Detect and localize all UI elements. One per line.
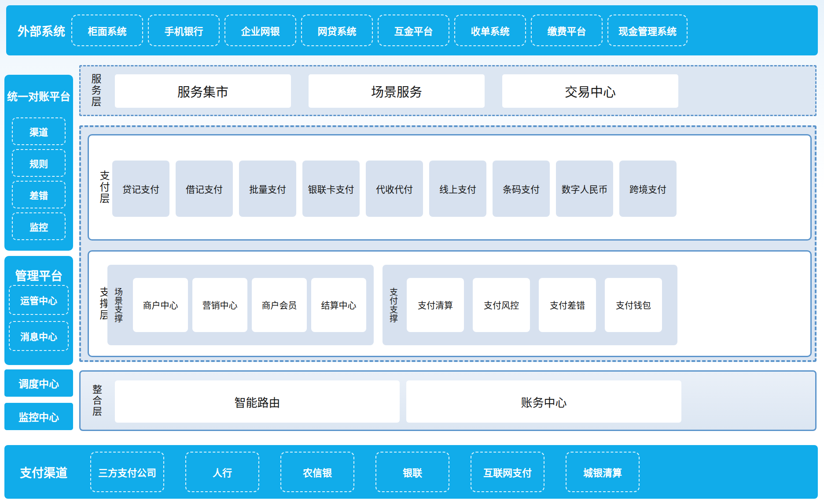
external-system-item: 现金管理系统 — [607, 15, 688, 46]
external-system-item: 手机银行 — [148, 15, 220, 46]
merchant-member-box: 商户会员 — [252, 278, 307, 332]
payment-channels-title: 支付渠道 — [4, 464, 75, 481]
merchant-center-box: 商户中心 — [133, 278, 188, 332]
monitor-center-block: 监控中心 — [4, 403, 73, 430]
core-layers-container: 支付层 贷记支付 借记支付 批量支付 银联卡支付 代收代付 线上支付 条码支付 … — [79, 125, 817, 362]
scene-support-group: 场景支撑 商户中心 营销中心 商户会员 结算中心 — [107, 265, 374, 345]
payment-channel-item: 银联 — [375, 452, 449, 492]
service-market-box: 服务集市 — [115, 74, 291, 108]
integration-layer-label: 整合层 — [91, 384, 101, 417]
smart-routing-box: 智能路由 — [115, 380, 400, 423]
collection-payment-box: 代收代付 — [366, 161, 423, 217]
payment-support-group: 支付支撑 支付清算 支付风控 支付差错 支付钱包 — [383, 265, 677, 345]
debit-payment-box: 借记支付 — [176, 161, 233, 217]
external-system-item: 缴费平台 — [531, 15, 603, 46]
sidebar-item-errors: 差错 — [12, 181, 66, 208]
sidebar-item-rules: 规则 — [12, 149, 66, 177]
external-system-item: 柜面系统 — [71, 15, 143, 46]
service-layer-panel: 服务层 服务集市 场景服务 交易中心 — [79, 65, 817, 116]
marketing-center-box: 营销中心 — [192, 278, 247, 332]
payment-channels-bar: 支付渠道 三方支付公司 人行 农信银 银联 互联网支付 城银清算 — [4, 445, 818, 499]
service-layer-label: 服务层 — [90, 73, 100, 108]
sidebar-item-operations-center: 运管中心 — [9, 285, 69, 315]
external-system-item: 收单系统 — [454, 15, 526, 46]
settlement-center-box: 结算中心 — [311, 278, 366, 332]
reconciliation-platform-panel: 统一对账平台 渠道 规则 差错 监控 — [4, 75, 73, 251]
barcode-payment-box: 条码支付 — [493, 161, 550, 217]
external-system-item: 企业网银 — [224, 15, 296, 46]
external-systems-bar: 外部系统 柜面系统 手机银行 企业网银 网贷系统 互金平台 收单系统 缴费平台 … — [6, 5, 818, 55]
payment-layer-panel: 支付层 贷记支付 借记支付 批量支付 银联卡支付 代收代付 线上支付 条码支付 … — [88, 134, 812, 241]
dispatch-center-block: 调度中心 — [4, 369, 73, 397]
payment-channel-item: 城银清算 — [566, 452, 640, 492]
trade-center-box: 交易中心 — [502, 74, 678, 108]
sidebar-item-message-center: 消息中心 — [9, 321, 69, 351]
payment-wallet-box: 支付钱包 — [605, 278, 662, 332]
payment-clearing-box: 支付清算 — [407, 278, 464, 332]
payment-channel-item: 互联网支付 — [471, 452, 544, 492]
payment-error-box: 支付差错 — [539, 278, 596, 332]
batch-payment-box: 批量支付 — [239, 161, 296, 217]
support-layer-panel: 支撑层 场景支撑 商户中心 营销中心 商户会员 结算中心 支付支撑 支付清算 支… — [88, 250, 812, 357]
management-platform-panel: 管理平台 运管中心 消息中心 — [4, 256, 73, 365]
accounting-center-box: 账务中心 — [406, 380, 681, 423]
payment-risk-box: 支付风控 — [473, 278, 530, 332]
digital-rmb-box: 数字人民币 — [556, 161, 613, 217]
management-platform-title: 管理平台 — [4, 267, 73, 284]
payment-channels-items: 三方支付公司 人行 农信银 银联 互联网支付 城银清算 — [90, 452, 640, 492]
sidebar-item-monitor: 监控 — [12, 212, 66, 240]
credit-payment-box: 贷记支付 — [112, 161, 169, 217]
reconciliation-platform-title: 统一对账平台 — [4, 88, 73, 103]
payment-channel-item: 农信银 — [280, 452, 354, 492]
online-payment-box: 线上支付 — [429, 161, 486, 217]
external-systems-items: 柜面系统 手机银行 企业网银 网贷系统 互金平台 收单系统 缴费平台 现金管理系… — [71, 15, 688, 46]
cross-border-box: 跨境支付 — [619, 161, 677, 217]
external-systems-title: 外部系统 — [6, 22, 66, 39]
scene-service-box: 场景服务 — [309, 74, 485, 108]
payment-layer-label: 支付层 — [99, 170, 109, 205]
external-system-item: 互金平台 — [378, 15, 449, 46]
payment-support-label: 支付支撑 — [389, 288, 397, 323]
external-system-item: 网贷系统 — [301, 15, 373, 46]
integration-layer-panel: 整合层 智能路由 账务中心 — [79, 370, 817, 431]
unionpay-card-box: 银联卡支付 — [302, 161, 360, 217]
sidebar-item-channel: 渠道 — [12, 117, 66, 145]
scene-support-label: 场景支撑 — [114, 288, 122, 323]
payment-channel-item: 三方支付公司 — [90, 452, 164, 492]
payment-channel-item: 人行 — [185, 452, 259, 492]
